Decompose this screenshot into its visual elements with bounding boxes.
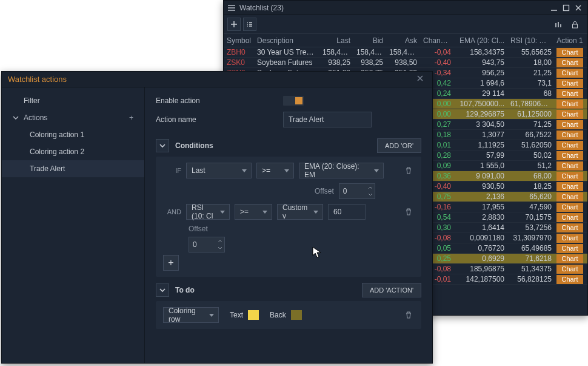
cell-rsi: 55,65625 <box>507 48 555 56</box>
lock-icon[interactable] <box>568 18 581 31</box>
cell-rsi: 47,590 <box>507 203 555 211</box>
todo-collapse-button[interactable] <box>156 283 169 297</box>
delete-condition-1-icon[interactable] <box>403 165 414 176</box>
chart-button[interactable]: Chart <box>556 79 583 88</box>
text-color-swatch[interactable] <box>248 310 259 320</box>
cell-symbol: ZSK0 <box>224 58 254 67</box>
chart-button[interactable]: Chart <box>556 130 583 140</box>
condition-1-field-b[interactable]: EMA (20: Close): EM <box>299 163 384 178</box>
add-or-button[interactable]: ADD 'OR' <box>377 138 421 153</box>
spin-up-icon[interactable] <box>216 237 224 245</box>
enable-action-toggle[interactable] <box>283 96 304 106</box>
header-description[interactable]: Description <box>254 36 319 45</box>
cell-ask: 158,46... <box>386 48 420 56</box>
cell-last: 938,25 <box>319 58 353 67</box>
watchlist-title: Watchlist (23) <box>239 4 547 12</box>
chart-button[interactable]: Chart <box>556 100 583 109</box>
todo-action-select[interactable]: Coloring row <box>163 307 219 323</box>
delete-condition-2-icon[interactable] <box>403 206 414 217</box>
cell-rsi: 53,7256 <box>507 223 555 232</box>
offset-1-input[interactable] <box>339 183 375 199</box>
conditions-heading: Conditions <box>175 141 377 150</box>
grid-header: Symbol Description Last Bid Ask Change..… <box>224 34 587 47</box>
cell-rsi: 56,828125 <box>507 275 555 283</box>
chart-button[interactable]: Chart <box>556 172 583 181</box>
chart-button[interactable]: Chart <box>556 223 583 232</box>
cell-rsi: 18,25 <box>507 182 555 191</box>
condition-2-custom-value[interactable] <box>328 204 366 220</box>
chart-button[interactable]: Chart <box>556 254 583 263</box>
chart-button[interactable]: Chart <box>556 89 583 98</box>
chart-button[interactable]: Chart <box>556 244 583 253</box>
header-symbol[interactable]: Symbol <box>224 36 254 45</box>
chart-button[interactable]: Chart <box>556 275 583 284</box>
header-action[interactable]: Action 1 <box>555 36 585 45</box>
sidebar-filter[interactable]: Filter <box>2 92 144 109</box>
cell-ema: 17,955 <box>454 203 507 211</box>
columns-icon[interactable] <box>552 18 566 31</box>
sidebar-item-trade-alert[interactable]: Trade Alert <box>2 160 144 177</box>
cell-ema: 1,3077 <box>454 130 507 139</box>
cell-rsi: 51,62050 <box>507 141 555 149</box>
chart-button[interactable]: Chart <box>556 48 583 57</box>
add-symbol-button[interactable] <box>227 18 241 31</box>
and-label: AND <box>163 208 181 215</box>
cell-ema: 185,96875 <box>454 265 507 273</box>
condition-1-field-a[interactable]: Last <box>186 163 252 178</box>
header-bid[interactable]: Bid <box>353 36 386 45</box>
chart-button[interactable]: Chart <box>556 69 583 78</box>
chart-button[interactable]: Chart <box>556 213 583 222</box>
list-view-button[interactable] <box>243 18 256 31</box>
sidebar-item-coloring-1[interactable]: Coloring action 1 <box>2 126 144 143</box>
condition-2-field-a[interactable]: RSI (10: Cl <box>186 204 230 220</box>
header-rsi[interactable]: RSI (10: Cl... <box>507 36 555 45</box>
cell-rsi: 18,00 <box>507 58 555 67</box>
actions-title: Watchlist actions <box>8 75 416 84</box>
spin-down-icon[interactable] <box>366 191 375 198</box>
add-action-button[interactable]: ADD 'ACTION' <box>362 283 421 297</box>
spin-up-icon[interactable] <box>366 184 375 191</box>
chart-button[interactable]: Chart <box>556 58 583 67</box>
menu-icon[interactable] <box>227 4 236 12</box>
cell-rsi: 71,6218 <box>507 254 555 263</box>
condition-2-field-b[interactable]: Custom v <box>277 204 323 220</box>
table-row[interactable]: ZBH030 Year US Trea...158,43...158,43...… <box>224 47 587 58</box>
maximize-button[interactable] <box>561 4 572 12</box>
chart-button[interactable]: Chart <box>556 161 583 171</box>
delete-todo-icon[interactable] <box>403 310 414 320</box>
chart-button[interactable]: Chart <box>556 265 583 274</box>
add-condition-button[interactable]: + <box>163 255 179 271</box>
chart-button[interactable]: Chart <box>556 192 583 202</box>
action-name-input[interactable] <box>283 112 372 127</box>
chart-button[interactable]: Chart <box>556 234 583 243</box>
add-action-icon[interactable]: + <box>129 114 133 122</box>
header-ema[interactable]: EMA (20: Cl... <box>454 36 507 45</box>
cell-ema: 9 091,00 <box>454 172 507 180</box>
conditions-collapse-button[interactable] <box>156 139 169 152</box>
chart-button[interactable]: Chart <box>556 120 583 129</box>
close-icon[interactable] <box>416 75 426 84</box>
chart-button[interactable]: Chart <box>556 182 583 191</box>
action-name-label: Action name <box>156 115 283 124</box>
cell-rsi: 50,02 <box>507 151 555 160</box>
close-button[interactable] <box>573 4 584 12</box>
offset-2-input[interactable] <box>189 237 225 252</box>
header-change[interactable]: Change.. <box>420 36 454 45</box>
sidebar-actions-heading[interactable]: Actions + <box>2 109 144 126</box>
cell-rsi: 51,34375 <box>507 265 555 273</box>
header-ask[interactable]: Ask <box>386 36 420 45</box>
cell-ema: 0,6929 <box>454 254 507 263</box>
chart-button[interactable]: Chart <box>556 110 583 119</box>
back-color-swatch[interactable] <box>291 310 302 320</box>
minimize-button[interactable] <box>549 4 560 12</box>
condition-2-operator[interactable]: >= <box>235 204 272 220</box>
table-row[interactable]: ZSK0Soybean Futures938,25938,25938,50-0,… <box>224 58 587 68</box>
chart-button[interactable]: Chart <box>556 141 583 150</box>
sidebar-item-coloring-2[interactable]: Coloring action 2 <box>2 143 144 160</box>
condition-1-operator[interactable]: >= <box>256 163 294 178</box>
chart-button[interactable]: Chart <box>556 151 583 160</box>
spin-down-icon[interactable] <box>216 245 224 252</box>
header-last[interactable]: Last <box>319 36 353 45</box>
cell-rsi: 68,00 <box>507 172 555 180</box>
chart-button[interactable]: Chart <box>556 203 583 212</box>
